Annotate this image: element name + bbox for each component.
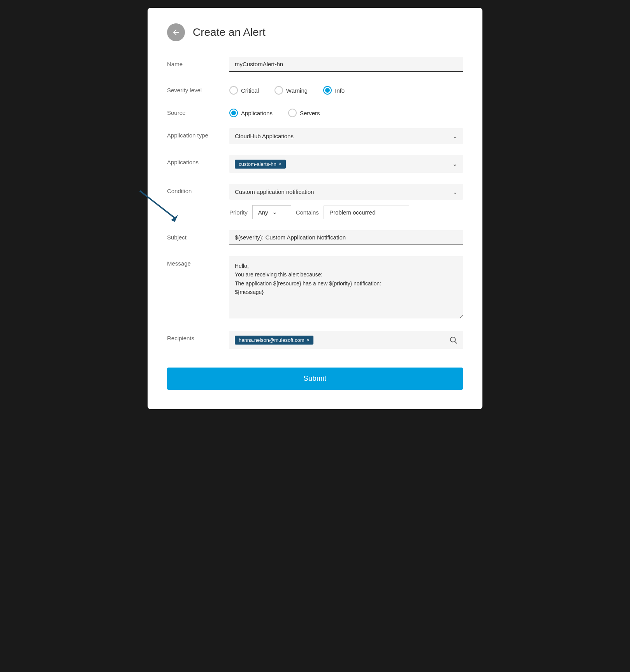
app-type-row: Application type CloudHub Applications ⌄ (167, 128, 463, 144)
recipient-tag: hanna.nelson@mulesoft.com × (235, 336, 313, 345)
recipients-search-button[interactable] (449, 336, 458, 344)
app-type-label: Application type (167, 128, 229, 139)
severity-info-option[interactable]: Info (323, 86, 345, 95)
condition-chevron-icon: ⌄ (453, 189, 458, 195)
applications-chevron-icon: ⌄ (452, 160, 458, 167)
page-title: Create an Alert (193, 26, 266, 39)
severity-info-label: Info (335, 87, 345, 94)
severity-critical-option[interactable]: Critical (229, 86, 259, 95)
app-type-chevron-icon: ⌄ (453, 133, 458, 139)
subject-row: Subject (167, 230, 463, 245)
subject-input[interactable] (229, 230, 463, 245)
applications-label: Applications (167, 155, 229, 165)
message-control (229, 256, 463, 320)
source-applications-option[interactable]: Applications (229, 109, 273, 117)
recipients-control: hanna.nelson@mulesoft.com × (229, 331, 463, 349)
source-servers-radio[interactable] (288, 109, 297, 117)
priority-chevron-icon: ⌄ (272, 209, 277, 216)
severity-label: Severity level (167, 83, 229, 93)
svg-line-3 (455, 341, 457, 343)
svg-point-2 (451, 337, 456, 342)
condition-dropdown[interactable]: Custom application notification ⌄ (229, 184, 463, 200)
message-row: Message (167, 256, 463, 320)
app-type-dropdown[interactable]: CloudHub Applications ⌄ (229, 128, 463, 144)
condition-row: Condition Custom application notificatio… (167, 184, 463, 219)
name-control (229, 57, 463, 72)
applications-tag-close-icon[interactable]: × (279, 161, 282, 167)
severity-warning-radio[interactable] (275, 86, 283, 95)
source-row: Source Applications Servers (167, 106, 463, 117)
condition-value: Custom application notification (235, 188, 314, 195)
priority-row: Priority Any ⌄ Contains (229, 205, 463, 219)
applications-row: Applications custom-alerts-hn × ⌄ (167, 155, 463, 173)
recipient-tag-close-icon[interactable]: × (307, 337, 310, 343)
applications-dropdown[interactable]: custom-alerts-hn × ⌄ (229, 155, 463, 173)
contains-label: Contains (296, 209, 319, 216)
applications-tags: custom-alerts-hn × (235, 160, 286, 169)
priority-dropdown[interactable]: Any ⌄ (252, 205, 291, 219)
severity-info-radio[interactable] (323, 86, 332, 95)
subject-label: Subject (167, 230, 229, 241)
source-label: Source (167, 106, 229, 116)
severity-warning-label: Warning (286, 87, 308, 94)
priority-label: Priority (229, 209, 248, 216)
app-type-control: CloudHub Applications ⌄ (229, 128, 463, 144)
source-applications-label: Applications (241, 110, 273, 116)
severity-row: Severity level Critical Warning Info (167, 83, 463, 95)
message-label: Message (167, 256, 229, 267)
recipients-field[interactable]: hanna.nelson@mulesoft.com × (229, 331, 463, 349)
back-button[interactable] (167, 23, 185, 41)
applications-tag-value: custom-alerts-hn (239, 161, 276, 167)
source-applications-radio[interactable] (229, 109, 238, 117)
priority-value: Any (258, 209, 268, 216)
name-input[interactable] (229, 57, 463, 72)
severity-critical-label: Critical (241, 87, 259, 94)
app-type-value: CloudHub Applications (235, 133, 294, 139)
page-header: Create an Alert (167, 23, 463, 41)
condition-control: Custom application notification ⌄ Priori… (229, 184, 463, 219)
name-label: Name (167, 57, 229, 67)
condition-label: Condition (167, 184, 229, 194)
create-alert-card: Create an Alert Name Severity level Crit… (148, 8, 482, 409)
back-arrow-icon (172, 28, 180, 37)
applications-tag: custom-alerts-hn × (235, 160, 286, 169)
recipients-label: Recipients (167, 331, 229, 341)
subject-control (229, 230, 463, 245)
severity-options: Critical Warning Info (229, 83, 463, 95)
contains-input[interactable] (324, 206, 409, 219)
source-options: Applications Servers (229, 106, 463, 117)
source-servers-option[interactable]: Servers (288, 109, 320, 117)
recipient-tag-value: hanna.nelson@mulesoft.com (239, 337, 304, 343)
search-icon (449, 336, 458, 344)
message-textarea[interactable] (229, 256, 463, 318)
applications-control: custom-alerts-hn × ⌄ (229, 155, 463, 173)
severity-warning-option[interactable]: Warning (275, 86, 308, 95)
severity-critical-radio[interactable] (229, 86, 238, 95)
recipients-row: Recipients hanna.nelson@mulesoft.com × (167, 331, 463, 349)
source-servers-label: Servers (300, 110, 320, 116)
submit-button[interactable]: Submit (167, 368, 463, 390)
name-row: Name (167, 57, 463, 72)
